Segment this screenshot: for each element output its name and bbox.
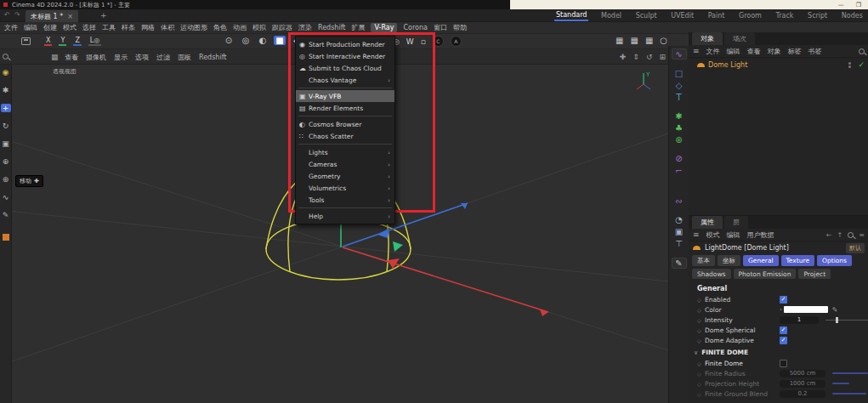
document-tab[interactable]: 未标题 1 * × — [26, 10, 78, 22]
projection-height-field[interactable]: 1000 cm — [780, 380, 825, 388]
workspace-tab[interactable]: Groom — [737, 11, 763, 20]
object-manager-menu-item[interactable]: 查看 — [747, 47, 761, 56]
menu-item-start-interactive-render[interactable]: ◎ Start Interactive Render — [296, 50, 394, 62]
selection-options-icon[interactable]: ✱ — [3, 86, 9, 94]
viewport-menu-item[interactable]: 面板 — [178, 53, 191, 62]
section-tab[interactable]: General — [743, 255, 779, 266]
viewport-menu-item[interactable]: 选项 — [135, 53, 149, 62]
attribute-menu-item[interactable]: 用户数据 — [747, 230, 774, 240]
camera-icon[interactable]: ▣ — [675, 227, 683, 236]
menu-item-volumetrics[interactable]: Volumetrics › — [296, 182, 394, 194]
mograph-icon[interactable]: ✱ — [675, 111, 682, 121]
hamburger-icon[interactable]: ≡ — [693, 47, 700, 55]
object-row-dome-light[interactable]: Dome Light ✓ — [689, 58, 868, 69]
menu-bar-item[interactable]: 跟踪器 — [272, 23, 292, 32]
dome-spherical-checkbox[interactable]: ✓ — [780, 326, 787, 334]
menu-item-lights[interactable]: Lights › — [296, 146, 394, 158]
panel-tab[interactable]: 场次 — [724, 32, 755, 45]
workspace-tab[interactable]: Sculpt — [634, 11, 659, 20]
viewport-menu-item[interactable]: Redshift — [199, 54, 226, 61]
menu-bar-item[interactable]: 样条 — [122, 23, 135, 32]
menu-bar-item[interactable]: 角色 — [213, 23, 227, 32]
workspace-tab[interactable]: Script — [806, 11, 829, 20]
axis-modify-icon[interactable]: ⊕ — [3, 157, 9, 166]
primitive-plane-icon[interactable]: □ — [675, 69, 683, 78]
menu-bar-item[interactable]: V-Ray — [371, 23, 397, 32]
finite-dome-section-header[interactable]: ∨ FINITE DOME — [689, 345, 868, 358]
menu-bar-item[interactable]: 渲染 — [298, 23, 312, 32]
viewport-menu-item[interactable]: 过滤 — [156, 53, 170, 62]
environment-icon[interactable]: ⌐ — [675, 166, 682, 175]
menu-item-cosmos-browser[interactable]: ◐ Cosmos Browser — [296, 118, 394, 130]
menu-bar-item[interactable]: 创建 — [43, 23, 57, 32]
render-settings-icon[interactable]: ▦ — [645, 36, 653, 45]
pan-view-icon[interactable]: ✚ — [620, 53, 627, 61]
menu-item-submit-chaos-cloud[interactable]: ☁ Submit to Chaos Cloud — [296, 62, 394, 74]
enabled-check-icon[interactable]: ✓ — [858, 60, 865, 69]
axis-y-button[interactable]: Y — [59, 36, 66, 46]
pen-icon[interactable]: ∿ — [672, 48, 687, 60]
camera-rig-icon[interactable]: ∾ — [675, 196, 682, 206]
coord-tool-icon[interactable]: ⊛ — [3, 175, 9, 184]
menu-bar-item[interactable]: 运动图形 — [180, 23, 207, 32]
filter-icon[interactable]: ≡ — [859, 231, 865, 239]
spline-pen-icon[interactable]: ∿ — [3, 193, 9, 202]
menu-bar-item[interactable]: Redshift — [318, 24, 345, 31]
menu-bar-item[interactable]: 体积 — [161, 23, 174, 32]
section-tab[interactable]: Photon Emission — [734, 269, 797, 279]
sketch-tool-icon[interactable]: ✎ — [3, 211, 9, 219]
menu-item-cameras[interactable]: Cameras › — [296, 158, 394, 170]
projection-height-slider[interactable] — [832, 383, 849, 384]
save-icon[interactable] — [21, 37, 31, 45]
dome-adaptive-checkbox[interactable]: ✓ — [780, 337, 787, 344]
menu-bar-item[interactable]: 帮助 — [453, 23, 467, 32]
layout-grid-icon[interactable]: ▦ — [51, 53, 59, 61]
menu-bar-item[interactable]: 网格 — [141, 23, 155, 32]
menu-bar-item[interactable]: Corona — [403, 24, 427, 31]
quantize-icon[interactable]: ◐ — [257, 36, 269, 45]
viewport-menu-item[interactable]: 摄像机 — [86, 53, 106, 62]
viewport-menu-item[interactable]: 显示 — [114, 53, 128, 62]
color-picker-icon[interactable]: ✎ — [832, 306, 838, 314]
finite-dome-checkbox[interactable] — [780, 360, 787, 367]
object-manager-menu-item[interactable]: 对象 — [768, 47, 781, 56]
expand-arrow-icon[interactable]: › — [780, 306, 782, 313]
workspace-tab[interactable]: Standard — [554, 10, 588, 21]
render-picture-viewer-icon[interactable]: ▦ — [630, 36, 638, 45]
ground-blend-slider[interactable] — [832, 393, 866, 394]
material-manager-icon[interactable]: ○ — [660, 36, 667, 45]
menu-bar-item[interactable]: 工具 — [102, 23, 116, 32]
axis-x-button[interactable]: X — [44, 36, 52, 46]
default-button[interactable]: 默认 — [846, 243, 865, 253]
menu-bar-item[interactable]: 扩展 — [351, 23, 365, 32]
workspace-tab[interactable]: UVEdit — [669, 11, 695, 20]
volume-icon[interactable]: ◔ — [675, 215, 683, 224]
attribute-menu-item[interactable]: 模式 — [706, 230, 720, 240]
menu-bar-item[interactable]: 模式 — [63, 23, 77, 32]
intensity-slider[interactable] — [825, 320, 868, 321]
section-tab[interactable]: 基本 — [692, 255, 715, 266]
material-edit-icon[interactable]: ✎ — [672, 258, 687, 269]
enabled-checkbox[interactable]: ✓ — [780, 296, 787, 304]
menu-bar-item[interactable]: 选择 — [82, 23, 96, 32]
cloner-icon[interactable]: ♣ — [675, 123, 683, 133]
scale-tool-icon[interactable]: ▣ — [2, 139, 9, 148]
color-swatch[interactable] — [784, 306, 828, 313]
primitive-cube-icon[interactable]: ◇ — [676, 81, 683, 90]
section-tab[interactable]: 坐标 — [718, 255, 740, 266]
menu-bar-item[interactable]: 窗口 — [434, 23, 447, 32]
section-tab[interactable]: Options — [817, 255, 852, 266]
workplane-icon[interactable]: ⊙ — [223, 36, 235, 45]
object-manager-menu-item[interactable]: 书签 — [808, 47, 822, 56]
section-tab[interactable]: Texture — [781, 255, 814, 266]
panel-tab[interactable]: 对象 — [692, 32, 723, 45]
search-icon[interactable] — [859, 48, 865, 54]
menu-item-render-elements[interactable]: ▤ Render Elements — [296, 102, 394, 114]
coord-system-button[interactable]: L◎ — [88, 36, 101, 46]
undo-icon[interactable]: ↶ — [4, 11, 10, 19]
minimize-button[interactable]: — — [838, 2, 844, 9]
color-swatch-icon[interactable] — [3, 234, 9, 241]
axis-z-button[interactable]: Z — [73, 36, 81, 46]
rotate-view-icon[interactable]: ↺ — [646, 53, 653, 61]
panel-tab[interactable]: 属性 — [692, 216, 723, 229]
